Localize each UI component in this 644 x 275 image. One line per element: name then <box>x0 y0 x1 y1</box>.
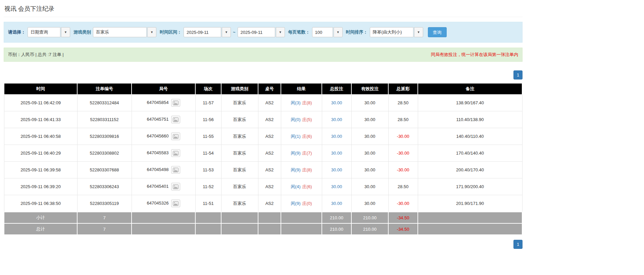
subtotal-total-bet: 210.00 <box>322 212 351 223</box>
video-replay-button[interactable] <box>171 132 180 140</box>
picture-icon <box>173 117 179 122</box>
table-header-row: 时间 注单编号 局号 场次 游戏类别 桌号 结果 总投注 有效投注 总派彩 备注 <box>4 83 522 95</box>
valid-bet-note: 同局有效投注，统一计算在该局第一张注单内 <box>431 52 518 58</box>
total-bet-link[interactable]: 30.00 <box>331 100 342 105</box>
col-header-round: 局号 <box>132 83 195 95</box>
cell-time: 2025-09-11 06:38:50 <box>4 195 77 212</box>
round-number: 647045401 <box>147 184 168 189</box>
result-player: 闲(9) <box>291 201 301 206</box>
cell-session: 11-53 <box>195 162 221 178</box>
page-1-button[interactable]: 1 <box>513 240 523 249</box>
total-empty <box>132 223 195 235</box>
result-banker: 庄(7) <box>302 151 312 156</box>
page-1-button[interactable]: 1 <box>513 70 523 79</box>
cell-note: 110.40/138.90 <box>418 111 522 128</box>
cell-table: AS2 <box>258 195 281 212</box>
query-type-combo: ▼ <box>28 27 70 37</box>
total-empty <box>281 223 322 235</box>
date-from-input[interactable] <box>184 27 221 37</box>
cell-result: 闲(1)庄(6) <box>281 128 322 145</box>
video-replay-button[interactable] <box>171 149 180 157</box>
cell-payout: -30.00 <box>388 162 418 178</box>
cell-table: AS2 <box>258 95 281 111</box>
search-button[interactable]: 查询 <box>428 27 447 37</box>
total-empty <box>195 223 221 235</box>
video-replay-button[interactable] <box>171 99 180 107</box>
select-label: 请选择： <box>8 29 26 35</box>
game-type-dropdown-button[interactable]: ▼ <box>147 27 156 37</box>
page-size-input[interactable] <box>312 27 333 37</box>
table-row: 2025-09-11 06:42:09 522803312484 6470458… <box>4 95 522 111</box>
total-bet-link[interactable]: 30.00 <box>331 167 342 172</box>
cell-note: 201.90/171.90 <box>418 195 522 212</box>
date-to-dropdown-button[interactable]: ▼ <box>276 27 285 37</box>
cell-game: 百家乐 <box>221 111 258 128</box>
game-type-input[interactable] <box>93 27 147 37</box>
game-type-combo: ▼ <box>93 27 156 37</box>
subtotal-count: 7 <box>77 212 132 223</box>
cell-round: 647045401 <box>132 178 195 195</box>
sort-dropdown-button[interactable]: ▼ <box>414 27 423 37</box>
round-number: 647045326 <box>147 201 168 206</box>
result-banker: 庄(6) <box>302 134 312 139</box>
cell-total-bet: 30.00 <box>322 95 351 111</box>
result-banker: 庄(0) <box>302 201 312 206</box>
cell-valid-bet: 30.00 <box>351 145 388 162</box>
video-replay-button[interactable] <box>171 183 180 190</box>
cell-session: 11-54 <box>195 145 221 162</box>
page-size-dropdown-button[interactable]: ▼ <box>334 27 343 37</box>
cell-note: 200.40/170.40 <box>418 162 522 178</box>
col-header-total-bet: 总投注 <box>322 83 351 95</box>
video-replay-button[interactable] <box>171 200 180 207</box>
date-from-dropdown-button[interactable]: ▼ <box>222 27 231 37</box>
table-row: 2025-09-11 06:40:29 522803308802 6470455… <box>4 145 522 162</box>
result-banker: 庄(5) <box>302 117 312 122</box>
cell-table: AS2 <box>258 128 281 145</box>
cell-result: 闲(3)庄(8) <box>281 95 322 111</box>
cell-round: 647045326 <box>132 195 195 212</box>
cell-time: 2025-09-11 06:42:09 <box>4 95 77 111</box>
total-bet-link[interactable]: 30.00 <box>331 151 342 156</box>
cell-note: 171.90/200.40 <box>418 178 522 195</box>
cell-note: 170.40/140.40 <box>418 145 522 162</box>
total-bet-link[interactable]: 30.00 <box>331 201 342 206</box>
picture-icon <box>173 134 179 139</box>
currency-total-info: 币别：人民币 | 总共 :7 注单 | <box>8 52 64 58</box>
result-player: 闲(1) <box>291 134 301 139</box>
result-player: 闲(4) <box>291 184 301 189</box>
picture-icon <box>173 151 179 156</box>
cell-total-bet: 30.00 <box>322 195 351 212</box>
range-separator: ~ <box>233 30 236 35</box>
picture-icon <box>173 101 179 105</box>
sort-input[interactable] <box>370 27 413 37</box>
subtotal-empty <box>418 212 522 223</box>
total-total-bet: 210.00 <box>322 223 351 235</box>
cell-bet-id: 522803308802 <box>77 145 132 162</box>
query-type-input[interactable] <box>28 27 60 37</box>
cell-round: 647045854 <box>132 95 195 111</box>
total-bet-link[interactable]: 30.00 <box>331 184 342 189</box>
cell-bet-id: 522803311152 <box>77 111 132 128</box>
sort-combo: ▼ <box>370 27 423 37</box>
cell-round: 647045583 <box>132 145 195 162</box>
cell-note: 140.40/110.40 <box>418 128 522 145</box>
chevron-down-icon: ▼ <box>417 31 420 34</box>
video-replay-button[interactable] <box>171 116 180 123</box>
cell-total-bet: 30.00 <box>322 128 351 145</box>
total-bet-link[interactable]: 30.00 <box>331 117 342 122</box>
subtotal-empty <box>221 212 258 223</box>
total-bet-link[interactable]: 30.00 <box>331 134 342 139</box>
cell-table: AS2 <box>258 178 281 195</box>
query-type-dropdown-button[interactable]: ▼ <box>61 27 70 37</box>
col-header-time: 时间 <box>4 83 77 95</box>
date-to-input[interactable] <box>238 27 275 37</box>
video-replay-button[interactable] <box>171 166 180 174</box>
summary-bar: 币别：人民币 | 总共 :7 注单 | 同局有效投注，统一计算在该局第一张注单内 <box>4 48 523 62</box>
col-header-payout: 总派彩 <box>388 83 418 95</box>
total-payout: -34.50 <box>388 223 418 235</box>
cell-game: 百家乐 <box>221 178 258 195</box>
picture-icon <box>173 201 179 206</box>
table-row: 2025-09-11 06:41:33 522803311152 6470457… <box>4 111 522 128</box>
round-number: 647045660 <box>147 133 168 139</box>
table-row: 2025-09-11 06:39:20 522803306243 6470454… <box>4 178 522 195</box>
